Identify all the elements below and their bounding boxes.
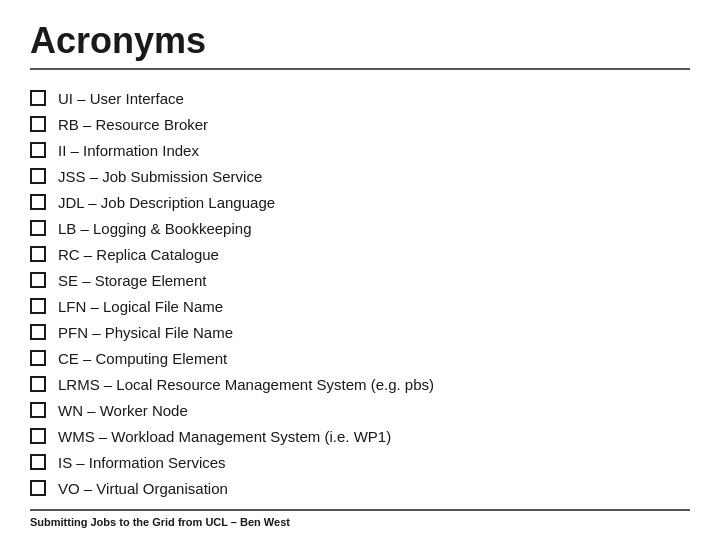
acronym-text-jdl: JDL – Job Description Language <box>58 192 275 213</box>
acronym-list: UI – User InterfaceRB – Resource BrokerI… <box>30 88 690 499</box>
list-item-ui: UI – User Interface <box>30 88 690 109</box>
list-item-jdl: JDL – Job Description Language <box>30 192 690 213</box>
bullet-icon <box>30 116 46 132</box>
bullet-icon <box>30 220 46 236</box>
list-item-lb: LB – Logging & Bookkeeping <box>30 218 690 239</box>
acronym-text-rb: RB – Resource Broker <box>58 114 208 135</box>
acronym-text-vo: VO – Virtual Organisation <box>58 478 228 499</box>
bullet-icon <box>30 454 46 470</box>
acronym-text-ii: II – Information Index <box>58 140 199 161</box>
bullet-icon <box>30 272 46 288</box>
bullet-icon <box>30 168 46 184</box>
list-item-lfn: LFN – Logical File Name <box>30 296 690 317</box>
slide-title: Acronyms <box>30 20 690 70</box>
bullet-icon <box>30 428 46 444</box>
acronym-text-ui: UI – User Interface <box>58 88 184 109</box>
acronym-text-jss: JSS – Job Submission Service <box>58 166 262 187</box>
list-item-lrms: LRMS – Local Resource Management System … <box>30 374 690 395</box>
bullet-icon <box>30 194 46 210</box>
list-item-wms: WMS – Workload Management System (i.e. W… <box>30 426 690 447</box>
list-item-rb: RB – Resource Broker <box>30 114 690 135</box>
footer-text: Submitting Jobs to the Grid from UCL – B… <box>30 509 690 528</box>
slide: Acronyms UI – User InterfaceRB – Resourc… <box>0 0 720 540</box>
acronym-text-lb: LB – Logging & Bookkeeping <box>58 218 251 239</box>
bullet-icon <box>30 480 46 496</box>
list-item-vo: VO – Virtual Organisation <box>30 478 690 499</box>
bullet-icon <box>30 90 46 106</box>
acronym-text-lfn: LFN – Logical File Name <box>58 296 223 317</box>
bullet-icon <box>30 350 46 366</box>
list-item-se: SE – Storage Element <box>30 270 690 291</box>
acronym-text-ce: CE – Computing Element <box>58 348 227 369</box>
bullet-icon <box>30 142 46 158</box>
content-area: UI – User InterfaceRB – Resource BrokerI… <box>30 78 690 509</box>
acronym-text-rc: RC – Replica Catalogue <box>58 244 219 265</box>
list-item-wn: WN – Worker Node <box>30 400 690 421</box>
acronym-text-wn: WN – Worker Node <box>58 400 188 421</box>
bullet-icon <box>30 246 46 262</box>
list-item-ii: II – Information Index <box>30 140 690 161</box>
acronym-text-pfn: PFN – Physical File Name <box>58 322 233 343</box>
list-item-rc: RC – Replica Catalogue <box>30 244 690 265</box>
list-item-jss: JSS – Job Submission Service <box>30 166 690 187</box>
bullet-icon <box>30 324 46 340</box>
list-item-is: IS – Information Services <box>30 452 690 473</box>
bullet-icon <box>30 298 46 314</box>
acronym-text-wms: WMS – Workload Management System (i.e. W… <box>58 426 391 447</box>
list-item-pfn: PFN – Physical File Name <box>30 322 690 343</box>
acronym-text-is: IS – Information Services <box>58 452 226 473</box>
list-item-ce: CE – Computing Element <box>30 348 690 369</box>
bullet-icon <box>30 402 46 418</box>
acronym-text-se: SE – Storage Element <box>58 270 206 291</box>
bullet-icon <box>30 376 46 392</box>
acronym-text-lrms: LRMS – Local Resource Management System … <box>58 374 434 395</box>
